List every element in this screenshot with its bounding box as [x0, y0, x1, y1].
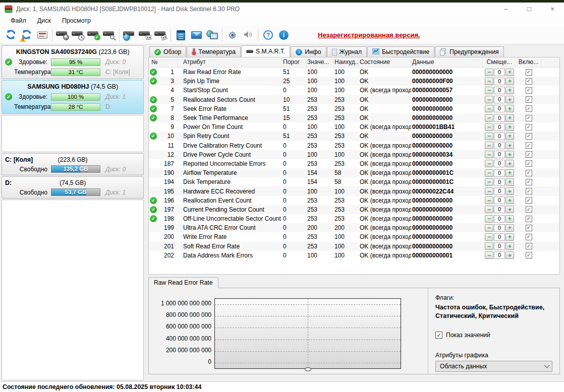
smart-table-row[interactable]: ✓ 4 Start/Stop Count 0 100 100 OK (всегд…	[149, 86, 559, 95]
tab-overview[interactable]: ✓Обзор	[149, 46, 186, 57]
offset-minus-button[interactable]: −	[485, 160, 493, 167]
offset-plus-button[interactable]: +	[505, 114, 514, 122]
network-button[interactable]	[204, 28, 220, 43]
help-button[interactable]: ?	[260, 28, 276, 43]
enabled-checkbox[interactable]: ✓	[526, 234, 532, 240]
smart-table-row[interactable]: ✓ 7 Seek Error Rate 51 253 253 OK 000000…	[149, 104, 559, 113]
smart-table-row[interactable]: ✓ 187 Reported Uncorrectable Errors 0 25…	[149, 159, 559, 168]
unregistered-version-link[interactable]: Незарегистрированная версия.	[318, 31, 420, 39]
offset-value[interactable]: 0	[494, 87, 505, 94]
offset-value[interactable]: 0	[494, 197, 505, 204]
refresh-all-button[interactable]: !	[19, 28, 34, 43]
smart-table-row[interactable]: ✓ 12 Drive Power Cycle Count 0 100 100 O…	[149, 150, 559, 159]
offset-plus-button[interactable]: +	[505, 178, 514, 186]
header-status[interactable]: Состояние	[359, 57, 411, 67]
offset-plus-button[interactable]: +	[505, 69, 514, 76]
offset-minus-button[interactable]: −	[485, 242, 493, 250]
sound-button[interactable]	[240, 28, 256, 43]
offset-minus-button[interactable]: −	[485, 187, 493, 195]
smart-table-row[interactable]: ✓ 5 Reallocated Sectors Count 10 253 253…	[149, 95, 559, 104]
offset-minus-button[interactable]: −	[485, 123, 493, 131]
offset-minus-button[interactable]: −	[485, 197, 493, 204]
offset-minus-button[interactable]: −	[485, 169, 493, 177]
offset-plus-button[interactable]: +	[505, 233, 514, 241]
offset-plus-button[interactable]: +	[505, 96, 514, 103]
disk-panel-kingston[interactable]: KINGSTON SA400S37240G (223,6 GB) ✓ Здоро…	[2, 45, 144, 79]
offset-minus-button[interactable]: −	[485, 178, 493, 186]
smart-table-row[interactable]: ✓ 197 Current Pending Sector Count 0 253…	[149, 205, 559, 214]
header-offset[interactable]: Смеще...	[483, 57, 516, 67]
offset-minus-button[interactable]: −	[485, 206, 493, 213]
offset-minus-button[interactable]: −	[485, 251, 493, 259]
enabled-checkbox[interactable]: ✓	[526, 188, 532, 194]
partition-panel-d[interactable]: D: (74,5 GB) Свободно 53,7 GB Диск: 1	[2, 176, 144, 199]
enabled-checkbox[interactable]: ✓	[526, 87, 532, 94]
connect-disk-button[interactable]	[137, 28, 153, 43]
smart-table-row[interactable]: ✓ 3 Spin Up Time 25 100 100 OK 000000000…	[149, 77, 559, 86]
smart-table-row[interactable]: ✓ 199 Ultra ATA CRC Error Count 0 200 20…	[149, 223, 559, 232]
enabled-checkbox[interactable]: ✓	[526, 160, 532, 167]
smart-table-row[interactable]: ✓ 9 Power On Time Count 0 100 100 OK (вс…	[149, 122, 559, 132]
enabled-checkbox[interactable]: ✓	[526, 78, 532, 85]
offset-value[interactable]: 0	[494, 142, 505, 149]
menu-view[interactable]: Просмотр	[57, 16, 96, 25]
offset-value[interactable]: 0	[494, 169, 505, 177]
network-disk-button[interactable]	[122, 28, 137, 43]
enabled-checkbox[interactable]: ✓	[526, 179, 532, 185]
smart-table-row[interactable]: ✓ 201 Soft Read Error Rate 0 253 100 OK …	[149, 242, 559, 251]
disk-surface-test-button[interactable]	[101, 28, 117, 43]
enabled-checkbox[interactable]: ✓	[526, 151, 532, 158]
smart-table-row[interactable]: ✓ 1 Raw Read Error Rate 51 100 100 OK 00…	[149, 68, 559, 77]
tab-temperature[interactable]: Температура	[187, 46, 241, 57]
enabled-checkbox[interactable]: ✓	[526, 124, 532, 130]
offset-minus-button[interactable]: −	[485, 87, 493, 94]
offset-plus-button[interactable]: +	[505, 224, 514, 232]
offset-minus-button[interactable]: −	[485, 215, 493, 223]
smart-table-row[interactable]: ✓ 10 Spin Retry Count 51 253 253 OK 0000…	[149, 132, 559, 141]
disk-acoustic-button[interactable]	[54, 28, 70, 43]
offset-plus-button[interactable]: +	[505, 251, 514, 259]
graph-slider-handle[interactable]	[305, 367, 311, 371]
maximize-button[interactable]: □	[518, 3, 541, 15]
smart-table-row[interactable]: ✓ 196 Reallocation Event Count 0 253 253…	[149, 196, 559, 205]
offset-minus-button[interactable]: −	[485, 114, 493, 122]
offset-minus-button[interactable]: −	[485, 78, 493, 85]
enabled-checkbox[interactable]: ✓	[526, 133, 532, 140]
offset-minus-button[interactable]: −	[485, 233, 493, 241]
smart-table-row[interactable]: ✓ 195 Hardware ECC Recovered 0 100 100 O…	[149, 186, 559, 195]
info-button[interactable]: i	[276, 28, 292, 43]
offset-plus-button[interactable]: +	[505, 215, 514, 223]
tab-performance[interactable]: Быстродействие	[367, 46, 434, 57]
settings-button[interactable]: ⚙	[224, 28, 240, 43]
offset-value[interactable]: 0	[494, 242, 505, 250]
offset-value[interactable]: 0	[494, 78, 505, 85]
graph-attrs-dropdown[interactable]: Область данных	[435, 361, 552, 372]
offset-plus-button[interactable]: +	[505, 206, 514, 213]
offset-plus-button[interactable]: +	[505, 123, 514, 131]
smart-table-row[interactable]: ✓ 198 Off-Line Uncorrectable Sector Coun…	[149, 214, 559, 223]
offset-value[interactable]: 0	[494, 187, 505, 195]
menu-file[interactable]: Файл	[5, 16, 32, 25]
offset-plus-button[interactable]: +	[505, 133, 514, 140]
offset-value[interactable]: 0	[494, 233, 505, 241]
enabled-checkbox[interactable]: ✓	[526, 252, 532, 258]
offset-plus-button[interactable]: +	[505, 151, 514, 158]
header-value[interactable]: Значе...	[306, 57, 333, 67]
enabled-checkbox[interactable]: ✓	[526, 225, 532, 231]
header-worst[interactable]: Наихуд...	[333, 57, 359, 67]
offset-value[interactable]: 0	[494, 206, 505, 213]
enabled-checkbox[interactable]: ✓	[526, 243, 532, 249]
graph-tab[interactable]: Raw Read Error Rate	[148, 277, 218, 288]
report-button[interactable]	[34, 28, 50, 43]
tab-smart[interactable]: S.M.A.R.T.	[241, 45, 290, 57]
refresh-button[interactable]	[3, 28, 19, 43]
menu-disk[interactable]: Диск	[32, 16, 57, 25]
smart-table-row[interactable]: ✓ 8 Seek Time Performance 15 253 253 OK …	[149, 113, 559, 122]
enabled-checkbox[interactable]: ✓	[526, 170, 532, 176]
offset-value[interactable]: 0	[494, 105, 505, 112]
disk-schedule-button[interactable]	[70, 28, 86, 43]
offset-plus-button[interactable]: +	[505, 197, 514, 204]
close-button[interactable]: ×	[541, 3, 564, 15]
offset-minus-button[interactable]: −	[485, 224, 493, 232]
partition-panel-c[interactable]: C: [Коля] (223,6 GB) Свободно 135,2 GB Д…	[2, 153, 144, 175]
